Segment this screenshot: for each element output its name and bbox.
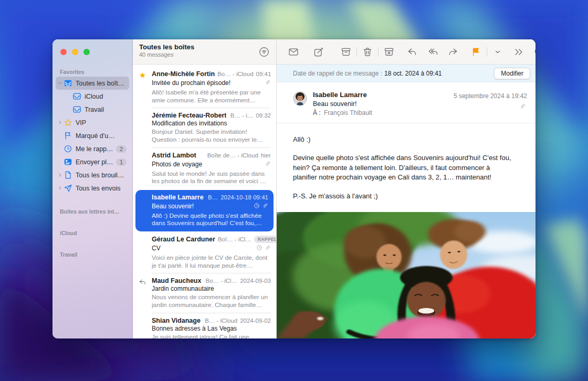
message-row[interactable]: Isabelle Lamarre B…2024-10-18 09:41 Beau… <box>135 190 274 231</box>
sidebar: FavoritesToutes les boît…iCloudTravailVI… <box>52 39 133 338</box>
forward-icon <box>448 47 458 57</box>
reminder-clock-icon <box>254 202 260 211</box>
paperclip-icon <box>265 245 271 251</box>
clock-icon <box>64 144 72 153</box>
reply-all-icon <box>428 47 438 57</box>
unread-count-badge: 1 <box>116 158 127 166</box>
paperclip-icon <box>265 78 271 88</box>
sidebar-item-vip[interactable]: VIP <box>56 116 129 129</box>
message-row-sender: Maud Faucheux <box>152 277 201 284</box>
avatar <box>293 91 307 105</box>
message-row-preview: Allô :) Devine quelle photo s'est affich… <box>152 212 268 227</box>
sidebar-item-label: iCloud <box>85 93 127 100</box>
close-window-button[interactable] <box>60 49 67 55</box>
sidebar-item-toutes-les-bo-t[interactable]: Toutes les boît… <box>56 77 129 90</box>
junk-button[interactable] <box>381 45 397 59</box>
disclosure-chevron-icon[interactable] <box>58 120 64 125</box>
archive-button[interactable] <box>338 45 354 59</box>
search-button[interactable] <box>530 45 536 59</box>
disclosure-chevron-icon[interactable] <box>58 186 64 190</box>
sidebar-item-icloud[interactable]: iCloud <box>56 90 129 103</box>
message-row-sender: Anne-Michèle Fortin <box>152 70 215 78</box>
toolbar <box>277 39 536 65</box>
star-icon[interactable] <box>139 71 147 80</box>
sidebar-item-me-le-rapp[interactable]: Me le rapp…2 <box>56 142 129 155</box>
reply-button[interactable] <box>404 45 421 59</box>
tray-icon <box>72 105 81 114</box>
mailbox-label: Bo… - iCloud <box>217 71 253 77</box>
paperclip-icon <box>519 102 526 112</box>
message-row[interactable]: Maud Faucheux Bo… - iCl…2024-09-03 Jardi… <box>133 273 276 313</box>
message-row-date: 09:32 <box>256 112 271 119</box>
chevron-right-icon <box>58 173 62 177</box>
disclosure-chevron-icon[interactable] <box>58 81 64 86</box>
message-row-preview: Je suis tellement jaloux! Ça fait une ét… <box>152 333 271 339</box>
sidebar-item-label: Envoyer pl… <box>76 158 116 166</box>
zoom-window-button[interactable] <box>83 49 90 55</box>
message-row-date: 09:41 <box>256 71 271 77</box>
send-later-icon <box>64 157 72 166</box>
tray-icon <box>72 92 81 101</box>
message-header: Isabelle Lamarre Beau souvenir! À : Fran… <box>277 82 536 123</box>
trash-icon <box>362 47 373 57</box>
sidebar-item-label: VIP <box>76 119 127 126</box>
disclosure-chevron-icon[interactable] <box>58 173 64 177</box>
mailbox-label: Boîte de… - iCloud <box>207 152 258 158</box>
paperplane-icon <box>64 184 72 193</box>
flag-menu-button[interactable] <box>489 45 506 59</box>
paperclip-icon <box>519 103 526 110</box>
message-row-subject: Bonnes adresses à Las Vegas <box>152 325 271 332</box>
sidebar-item-tous-les-envois[interactable]: Tous les envois <box>56 182 129 195</box>
flag-button[interactable] <box>468 45 485 59</box>
attachment-photo[interactable] <box>277 212 536 338</box>
mailbox-label: B… - iCloud <box>205 318 237 324</box>
paperclip-icon <box>265 79 271 86</box>
minimize-window-button[interactable] <box>72 49 78 55</box>
message-row[interactable]: Géraud Le Carduner Boî… - iCl…RAPPEL CV … <box>133 232 276 273</box>
paperclip-icon <box>262 203 268 209</box>
filter-icon <box>258 46 270 58</box>
rappel-badge: RAPPEL <box>254 236 276 243</box>
sidebar-section-header: Travail <box>52 249 132 259</box>
message-row-date: hier <box>261 152 271 158</box>
sidebar-section-header: Favorites <box>52 67 132 77</box>
message-date: 5 septembre 2024 à 19:42 <box>454 92 527 100</box>
reading-pane: Date de rappel de ce message : 18 oct. 2… <box>277 39 536 338</box>
flag-menu-icon <box>495 49 501 55</box>
message-row[interactable]: Jérémie Fecteau-Robert B… - i…09:32 Modi… <box>133 108 276 147</box>
message-row[interactable]: Astrid Lambot Boîte de… - iCloudhier Pho… <box>133 148 276 189</box>
message-row-date: 2024-09-02 <box>240 318 271 324</box>
reply-all-button[interactable] <box>425 45 442 59</box>
reply-icon <box>407 47 417 57</box>
message-row-sender: Jérémie Fecteau-Robert <box>152 112 226 119</box>
message-body: Allô :) Devine quelle photo s'est affich… <box>277 123 536 212</box>
sidebar-item-travail[interactable]: Travail <box>56 103 129 116</box>
modify-reminder-button[interactable]: Modifier <box>494 68 530 79</box>
more-icon <box>513 47 524 57</box>
message-list-column: Toutes les boîtes 40 messages Anne-Michè… <box>133 39 277 338</box>
filter-button[interactable] <box>258 46 270 58</box>
body-paragraph: P.-S. Je m'assois à l'avant ;) <box>293 192 514 201</box>
get-mail-icon <box>288 47 299 57</box>
mailbox-label: Boî… - iCl… <box>218 236 251 242</box>
message-row[interactable]: Shian Vidanage B… - iCloud2024-09-02 Bon… <box>133 313 276 339</box>
sidebar-item-envoyer-pl[interactable]: Envoyer pl…1 <box>56 155 129 168</box>
sidebar-section-header: Boîtes aux lettres int… <box>52 206 132 216</box>
sidebar-item-label: Tous les brouil… <box>76 172 127 179</box>
message-list-header: Toutes les boîtes 40 messages <box>133 39 276 65</box>
sidebar-item-tous-les-brouil[interactable]: Tous les brouil… <box>56 168 129 182</box>
mailbox-stack-icon <box>64 79 72 88</box>
trash-button[interactable] <box>359 45 376 59</box>
message-row[interactable]: Anne-Michèle Fortin Bo… - iCloud09:41 In… <box>133 67 276 108</box>
message-subject: Beau souvenir! <box>313 100 527 108</box>
clock-icon <box>254 203 260 209</box>
flag-outline-icon <box>64 131 72 140</box>
message-row-preview: Salut tout le monde! Je suis passée dans… <box>152 170 271 185</box>
forward-button[interactable] <box>445 45 461 59</box>
more-button[interactable] <box>510 45 527 59</box>
sidebar-item-marqu-d-u[interactable]: Marqué d'u… <box>56 129 129 142</box>
compose-button[interactable] <box>310 45 327 59</box>
chevron-down-icon <box>58 81 62 86</box>
toolbar-separator <box>378 47 379 57</box>
get-mail-button[interactable] <box>285 45 302 59</box>
